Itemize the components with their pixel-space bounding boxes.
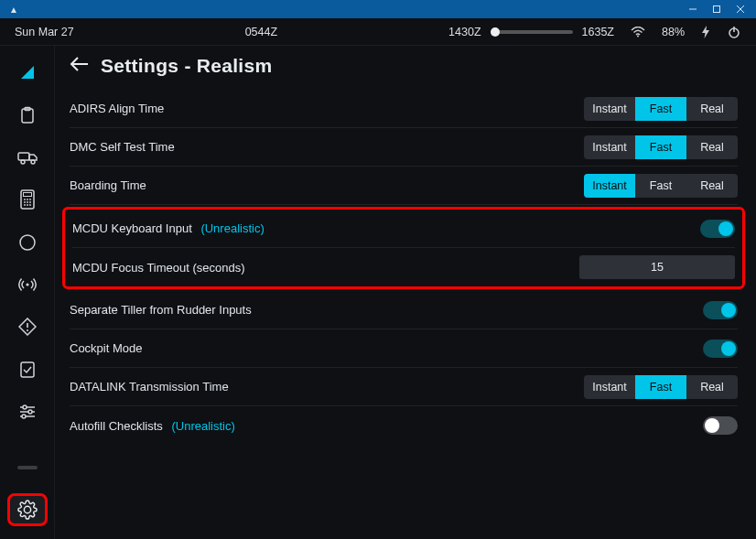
mcdu-timeout-input[interactable]: 15 <box>579 255 735 279</box>
svg-point-14 <box>24 199 26 200</box>
svg-point-24 <box>26 283 28 286</box>
sidebar <box>0 46 55 539</box>
row-adirs-align-time: ADIRS Align Time Instant Fast Real <box>70 90 738 128</box>
toggle-autofill-checklists[interactable] <box>703 416 738 435</box>
svg-point-31 <box>28 410 32 414</box>
wifi-icon <box>631 27 645 38</box>
row-cockpit-mode: Cockpit Mode <box>70 329 738 368</box>
svg-point-20 <box>24 204 26 206</box>
window-minimize-button[interactable] <box>681 2 705 16</box>
app-root: Sun Mar 27 0544Z 1430Z 1635Z 88% <box>0 18 756 539</box>
seg-opt-real[interactable]: Real <box>686 375 738 399</box>
sidebar-progress-bar <box>17 466 38 469</box>
page-heading: Settings - Realism <box>70 55 738 77</box>
seg-opt-real[interactable]: Real <box>686 174 738 198</box>
row-label: DATALINK Transmission Time <box>70 380 584 393</box>
status-zulu-b: 1430Z <box>448 26 481 38</box>
row-autofill-checklists: Autofill Checklists (Unrealistic) <box>70 406 738 445</box>
seg-opt-instant[interactable]: Instant <box>584 174 635 198</box>
seg-opt-real[interactable]: Real <box>686 135 738 159</box>
charging-icon <box>701 26 710 38</box>
calculator-icon[interactable] <box>15 189 40 210</box>
os-titlebar: ▲ <box>0 0 756 18</box>
svg-point-17 <box>24 201 26 203</box>
row-separate-tiller: Separate Tiller from Rudder Inputs <box>70 291 738 329</box>
truck-icon[interactable] <box>15 147 40 167</box>
seg-opt-fast[interactable]: Fast <box>635 135 686 159</box>
row-dmc-self-test: DMC Self Test Time Instant Fast Real <box>70 128 738 167</box>
svg-rect-9 <box>18 153 29 160</box>
window-maximize-button[interactable] <box>705 2 729 16</box>
svg-point-26 <box>27 329 28 331</box>
time-slider-track[interactable] <box>491 30 573 34</box>
svg-point-11 <box>31 160 35 164</box>
svg-point-18 <box>27 201 28 203</box>
svg-rect-27 <box>21 362 34 377</box>
row-label: Separate Tiller from Rudder Inputs <box>70 303 703 317</box>
unrealistic-tag: (Unrealistic) <box>200 221 264 235</box>
svg-point-4 <box>637 35 639 37</box>
row-label: MCDU Keyboard Input (Unrealistic) <box>72 221 700 235</box>
page-title: Settings - Realism <box>101 55 272 77</box>
power-button[interactable] <box>727 25 741 39</box>
row-boarding-time: Boarding Time Instant Fast Real <box>70 167 738 205</box>
row-label: Autofill Checklists (Unrealistic) <box>70 419 703 433</box>
seg-opt-fast[interactable]: Fast <box>635 375 686 399</box>
svg-point-10 <box>21 160 25 164</box>
settings-content: Settings - Realism ADIRS Align Time Inst… <box>55 46 756 539</box>
row-label: MCDU Focus Timeout (seconds) <box>72 261 579 275</box>
seg-opt-instant[interactable]: Instant <box>584 135 635 159</box>
status-time-slider: 1430Z 1635Z <box>448 26 614 38</box>
seg-dmc: Instant Fast Real <box>584 135 738 159</box>
svg-point-29 <box>23 405 27 409</box>
row-label: Cockpit Mode <box>70 341 703 355</box>
main-area: Settings - Realism ADIRS Align Time Inst… <box>0 46 756 539</box>
row-label: ADIRS Align Time <box>70 102 584 115</box>
row-datalink-time: DATALINK Transmission Time Instant Fast … <box>70 368 738 406</box>
app-logo-icon[interactable] <box>15 62 40 82</box>
svg-point-23 <box>20 235 35 250</box>
row-label: Boarding Time <box>70 178 584 192</box>
broadcast-icon[interactable] <box>15 275 40 295</box>
svg-rect-1 <box>714 6 720 13</box>
svg-rect-13 <box>23 193 31 197</box>
status-zulu-a: 0544Z <box>245 26 277 38</box>
status-date: Sun Mar 27 <box>15 26 74 38</box>
gear-icon <box>17 500 38 520</box>
svg-point-16 <box>29 199 31 200</box>
svg-point-19 <box>29 201 31 203</box>
row-mcdu-focus-timeout: MCDU Focus Timeout (seconds) 15 <box>72 248 735 286</box>
warning-icon[interactable] <box>15 317 40 337</box>
seg-opt-instant[interactable]: Instant <box>584 375 635 399</box>
seg-opt-fast[interactable]: Fast <box>635 174 686 198</box>
row-label: DMC Self Test Time <box>70 140 584 154</box>
seg-datalink: Instant Fast Real <box>584 375 738 399</box>
toggle-cockpit-mode[interactable] <box>703 340 738 358</box>
back-button[interactable] <box>70 56 90 76</box>
seg-boarding: Instant Fast Real <box>584 174 738 198</box>
status-zulu-c: 1635Z <box>582 26 614 38</box>
row-mcdu-keyboard-input: MCDU Keyboard Input (Unrealistic) <box>72 210 735 248</box>
status-battery-pct: 88% <box>662 26 685 38</box>
settings-button[interactable] <box>7 493 48 526</box>
sliders-icon[interactable] <box>15 402 40 422</box>
checklist-icon[interactable] <box>15 360 40 380</box>
window-close-button[interactable] <box>729 2 752 16</box>
clipboard-icon[interactable] <box>15 104 40 124</box>
svg-point-15 <box>27 199 28 200</box>
toggle-mcdu-keyboard[interactable] <box>700 220 735 238</box>
titlebar-app-glyph: ▲ <box>4 5 18 15</box>
svg-point-33 <box>22 415 26 418</box>
highlight-mcdu-group: MCDU Keyboard Input (Unrealistic) MCDU F… <box>62 207 745 289</box>
seg-opt-real[interactable]: Real <box>686 97 738 121</box>
seg-opt-instant[interactable]: Instant <box>584 97 635 121</box>
seg-opt-fast[interactable]: Fast <box>635 97 686 121</box>
svg-point-21 <box>27 204 28 206</box>
svg-point-22 <box>29 204 31 206</box>
top-status-bar: Sun Mar 27 0544Z 1430Z 1635Z 88% <box>0 18 756 46</box>
seg-adirs: Instant Fast Real <box>584 97 738 121</box>
compass-icon[interactable] <box>15 232 40 253</box>
unrealistic-tag: (Unrealistic) <box>172 419 235 433</box>
toggle-tiller[interactable] <box>703 301 738 319</box>
